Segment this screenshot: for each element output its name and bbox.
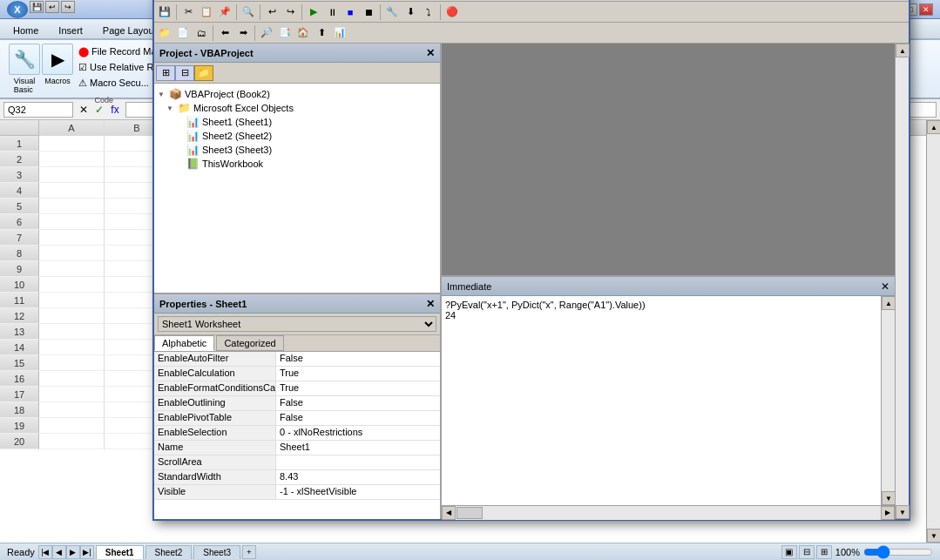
- function-btn[interactable]: fx: [108, 103, 122, 117]
- cell-A8[interactable]: [39, 246, 105, 261]
- vba-tb-stop[interactable]: ■: [342, 3, 359, 21]
- vba-vscroll[interactable]: ▲ ▼: [895, 44, 909, 519]
- vba-tb2-7[interactable]: 📑: [276, 24, 294, 42]
- vba-tb2-5[interactable]: ➡: [234, 24, 252, 42]
- tree-excel-objects[interactable]: ▼ 📁 Microsoft Excel Objects: [166, 101, 436, 115]
- name-box[interactable]: [3, 102, 73, 118]
- cell-A12[interactable]: [39, 308, 105, 324]
- sheet-tab-sheet1[interactable]: Sheet1: [96, 545, 144, 559]
- prop-value-enableoutlining[interactable]: False: [276, 396, 440, 410]
- project-panel-close[interactable]: ✕: [426, 47, 435, 59]
- tree-sheet3[interactable]: 📊 Sheet3 (Sheet3): [175, 143, 436, 157]
- vba-tb-pause[interactable]: ⏸: [323, 3, 341, 21]
- sheet-next-btn[interactable]: ▶: [66, 545, 80, 559]
- cell-A7[interactable]: [39, 230, 105, 246]
- macros-button[interactable]: ▶: [42, 44, 73, 75]
- cell-A6[interactable]: [39, 214, 105, 230]
- vba-tb2-9[interactable]: ⬆: [313, 24, 330, 42]
- imm-scroll-right[interactable]: ▶: [881, 506, 895, 520]
- add-sheet-btn[interactable]: +: [242, 545, 256, 559]
- immediate-content[interactable]: ?PyEval("x+1", PyDict("x", Range("A1").V…: [442, 296, 881, 505]
- proj-tb-folder[interactable]: 📁: [194, 65, 213, 81]
- vba-tb2-2[interactable]: 📄: [174, 24, 192, 42]
- vba-tb2-1[interactable]: 📁: [156, 24, 173, 42]
- cell-A13[interactable]: [39, 324, 105, 340]
- zoom-slider[interactable]: [863, 545, 933, 559]
- prop-value-enableautofilter[interactable]: False: [276, 352, 440, 366]
- vba-scroll-down[interactable]: ▼: [896, 505, 910, 519]
- vba-scroll-track[interactable]: [896, 57, 909, 505]
- cell-A2[interactable]: [39, 152, 105, 167]
- vba-tb-bp[interactable]: 🔴: [443, 3, 461, 21]
- col-header-a[interactable]: A: [39, 120, 105, 136]
- prop-value-enableformat[interactable]: True: [276, 381, 440, 395]
- vba-tb2-6[interactable]: 🔎: [258, 24, 275, 42]
- close-btn[interactable]: ✕: [919, 3, 933, 16]
- visual-basic-button[interactable]: 🔧: [9, 44, 40, 75]
- vba-tb2-10[interactable]: 📊: [331, 24, 348, 42]
- vba-tb-design[interactable]: 🔧: [383, 3, 401, 21]
- vba-tb-copy[interactable]: 📋: [198, 3, 215, 21]
- vertical-scrollbar[interactable]: ▲ ▼: [926, 120, 940, 543]
- cell-A4[interactable]: [39, 183, 105, 199]
- scroll-track[interactable]: [927, 134, 940, 529]
- prop-value-enableselection[interactable]: 0 - xlNoRestrictions: [276, 426, 440, 440]
- cell-A10[interactable]: [39, 277, 105, 293]
- vba-tb2-8[interactable]: 🏠: [294, 24, 312, 42]
- normal-view-btn[interactable]: ▣: [781, 545, 797, 559]
- vba-tb-reset[interactable]: ⏹: [360, 3, 377, 21]
- sheet-tab-sheet2[interactable]: Sheet2: [145, 545, 193, 559]
- props-tab-alphabetic[interactable]: Alphabetic: [154, 335, 214, 351]
- tree-sheet1[interactable]: 📊 Sheet1 (Sheet1): [175, 115, 436, 129]
- page-break-btn[interactable]: ⊞: [816, 545, 832, 559]
- imm-scroll-track[interactable]: [882, 310, 895, 491]
- cell-A1[interactable]: [39, 136, 105, 152]
- vba-tb-cut[interactable]: ✂: [179, 3, 197, 21]
- tree-sheet2[interactable]: 📊 Sheet2 (Sheet2): [175, 129, 436, 143]
- cell-A11[interactable]: [39, 293, 105, 308]
- undo-btn[interactable]: ↩: [45, 1, 59, 13]
- redo-btn[interactable]: ↪: [61, 1, 75, 13]
- prop-value-enablecalculation[interactable]: True: [276, 367, 440, 381]
- vba-tb-find[interactable]: 🔍: [240, 3, 257, 21]
- prop-value-name[interactable]: Sheet1: [276, 441, 440, 455]
- cell-A19[interactable]: [39, 418, 105, 434]
- prop-value-visible[interactable]: -1 - xlSheetVisible: [276, 485, 440, 499]
- properties-panel-close[interactable]: ✕: [426, 298, 435, 310]
- cell-A9[interactable]: [39, 261, 105, 277]
- imm-hthumb[interactable]: [456, 507, 483, 519]
- sheet-last-btn[interactable]: ▶|: [80, 545, 94, 559]
- imm-scroll-up[interactable]: ▲: [882, 296, 895, 310]
- scroll-down-btn[interactable]: ▼: [927, 529, 940, 543]
- cell-A5[interactable]: [39, 199, 105, 214]
- cell-A17[interactable]: [39, 387, 105, 402]
- vba-tb-step-over[interactable]: ⤵: [420, 3, 437, 21]
- cell-A14[interactable]: [39, 340, 105, 355]
- cell-A18[interactable]: [39, 402, 105, 418]
- imm-scroll-down[interactable]: ▼: [882, 491, 895, 505]
- props-tab-categorized[interactable]: Categorized: [216, 335, 283, 351]
- sheet-tab-sheet3[interactable]: Sheet3: [193, 545, 240, 559]
- prop-value-standardwidth[interactable]: 8.43: [276, 470, 440, 484]
- code-editor[interactable]: [442, 44, 895, 275]
- props-object-select[interactable]: Sheet1 Worksheet: [158, 316, 436, 332]
- prop-value-scrollarea[interactable]: [276, 455, 440, 469]
- tab-home[interactable]: Home: [3, 22, 48, 38]
- vba-tb-redo[interactable]: ↪: [281, 3, 299, 21]
- vba-scroll-up[interactable]: ▲: [896, 44, 910, 57]
- cell-A16[interactable]: [39, 371, 105, 387]
- tree-root[interactable]: ▼ 📦 VBAProject (Book2): [158, 87, 436, 101]
- vba-tb2-3[interactable]: 🗂: [193, 24, 210, 42]
- prop-value-enablepivot[interactable]: False: [276, 411, 440, 425]
- immediate-close-btn[interactable]: ✕: [881, 280, 889, 293]
- cancel-formula-btn[interactable]: ✕: [77, 103, 91, 117]
- vba-tb2-4[interactable]: ⬅: [216, 24, 233, 42]
- scroll-up-btn[interactable]: ▲: [927, 120, 940, 134]
- cell-A3[interactable]: [39, 167, 105, 183]
- vba-tb-undo[interactable]: ↩: [263, 3, 281, 21]
- cell-A15[interactable]: [39, 355, 105, 371]
- vba-tb-run[interactable]: ▶: [305, 3, 322, 21]
- layout-view-btn[interactable]: ⊟: [799, 545, 815, 559]
- sheet-prev-btn[interactable]: ◀: [52, 545, 66, 559]
- immediate-vscroll[interactable]: ▲ ▼: [881, 296, 895, 505]
